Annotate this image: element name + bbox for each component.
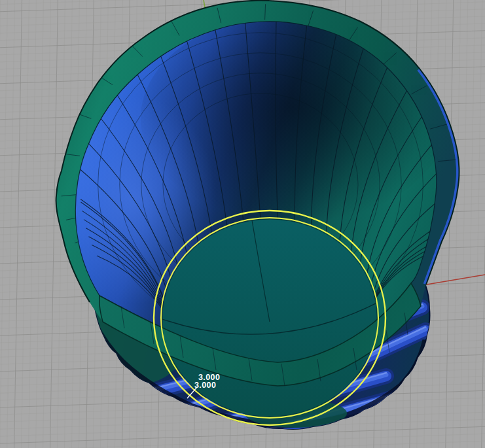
dimension-label-2: 3.000 <box>194 381 216 390</box>
viewport-3d[interactable]: 3.000 3.000 <box>0 0 485 448</box>
